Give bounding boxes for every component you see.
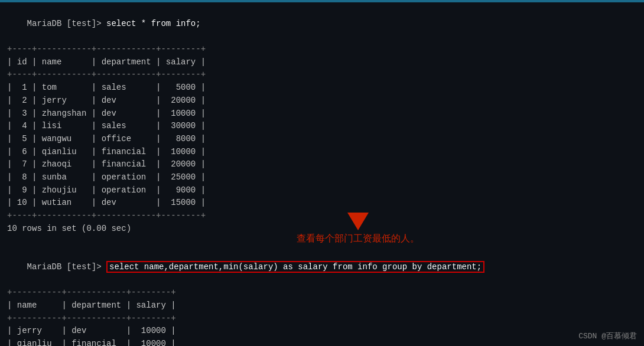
table-header-2: | name | department | salary | (7, 299, 637, 312)
command-line-1: MariaDB [test]> select * from info; (7, 5, 637, 43)
row-6: | 6 | qianliu | financial | 10000 | (7, 146, 637, 159)
separator-4: +----------+------------+--------+ (7, 286, 637, 299)
watermark: CSDN @百慕倾君 (578, 331, 637, 341)
terminal: MariaDB [test]> select * from info; +---… (0, 0, 644, 346)
annotation-text: 查看每个部门工资最低的人。 (297, 233, 419, 245)
row2-1: | jerry | dev | 10000 | (7, 325, 637, 338)
arrow-icon (347, 213, 369, 230)
row2-2: | qianliu | financial | 10000 | (7, 338, 637, 346)
row-3: | 3 | zhangshan | dev | 10000 | (7, 107, 637, 120)
command-line-2: MariaDB [test]> select name,department,m… (7, 248, 637, 286)
row-4: | 4 | lisi | sales | 30000 | (7, 120, 637, 133)
cmd-1: select * from info; (106, 19, 201, 28)
row-10: | 10 | wutian | dev | 15000 | (7, 197, 637, 210)
separator-1: +----+-----------+------------+--------+ (7, 43, 637, 56)
cmd-2: select name,department,min(salary) as sa… (106, 261, 484, 273)
prompt-2: MariaDB [test]> (27, 262, 106, 272)
separator-2: +----+-----------+------------+--------+ (7, 68, 637, 81)
annotation-area: 查看每个部门工资最低的人。 (297, 213, 419, 245)
table-header: | id | name | department | salary | (7, 56, 637, 69)
row-9: | 9 | zhoujiu | operation | 9000 | (7, 184, 637, 197)
separator-5: +----------+------------+--------+ (7, 312, 637, 325)
row-5: | 5 | wangwu | office | 8000 | (7, 133, 637, 146)
row-7: | 7 | zhaoqi | financial | 20000 | (7, 158, 637, 171)
prompt-1: MariaDB [test]> (27, 19, 106, 28)
row-2: | 2 | jerry | dev | 20000 | (7, 94, 637, 107)
row-8: | 8 | sunba | operation | 25000 | (7, 171, 637, 184)
row-1: | 1 | tom | sales | 5000 | (7, 81, 637, 94)
